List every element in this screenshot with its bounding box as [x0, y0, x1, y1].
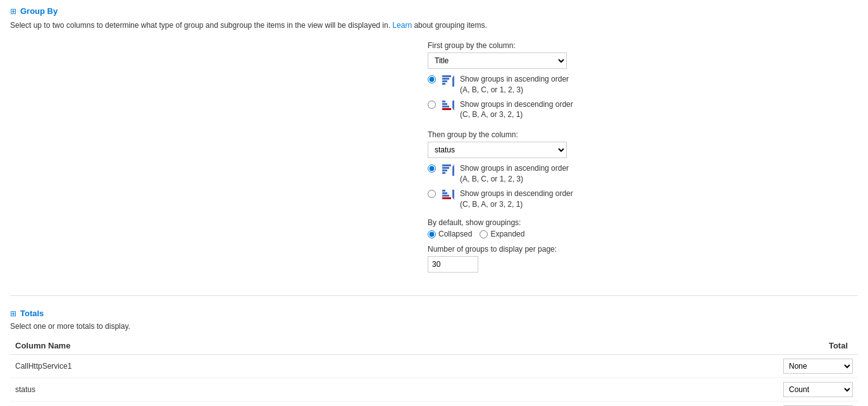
then-asc-label: Show groups in ascending order (A, B, C,… — [460, 163, 569, 185]
first-asc-icon — [441, 74, 455, 88]
svg-rect-19 — [442, 197, 451, 199]
first-desc-row: Show groups in descending order (C, B, A… — [428, 99, 858, 121]
row-col-name: Title — [10, 402, 778, 406]
svg-rect-6 — [442, 103, 447, 105]
groupby-title: Group By — [20, 6, 58, 16]
totals-desc: Select one or more totals to display. — [10, 322, 858, 331]
first-asc-row: Show groups in ascending order (A, B, C,… — [428, 74, 858, 95]
svg-marker-4 — [452, 75, 454, 87]
svg-rect-12 — [442, 167, 449, 169]
first-group-col-row: First group by the column: None Title st… — [428, 41, 858, 69]
row-total-cell: None Count Average Maximum Minimum Sum — [778, 378, 858, 402]
groupby-collapse-icon[interactable]: ⊞ — [10, 7, 16, 16]
svg-rect-0 — [442, 75, 451, 77]
svg-rect-2 — [442, 80, 447, 82]
svg-rect-3 — [442, 83, 445, 85]
groupby-desc-prefix: Select up to two columns to determine wh… — [10, 21, 390, 30]
row-total-cell: None Count Average Maximum Minimum Sum — [778, 355, 858, 378]
expanded-label: Expanded — [490, 230, 524, 238]
table-row: Title None Count Average Maximum Minimum… — [10, 402, 858, 406]
expanded-radio[interactable] — [480, 230, 488, 238]
col-name-header: Column Name — [10, 338, 778, 355]
first-asc-label: Show groups in ascending order (A, B, C,… — [460, 74, 569, 95]
then-group-label: Then group by the column: — [428, 130, 858, 139]
callhttp-total-select[interactable]: None Count Average Maximum Minimum Sum — [783, 359, 853, 374]
default-grouping-label: By default, show groupings: — [428, 218, 858, 227]
row-total-cell: None Count Average Maximum Minimum Sum — [778, 402, 858, 406]
groupby-section: ⊞ Group By Select up to two columns to d… — [10, 6, 858, 285]
table-row: status None Count Average Maximum Minimu… — [10, 378, 858, 402]
then-desc-label: Show groups in descending order (C, B, A… — [460, 188, 573, 210]
first-asc-radio[interactable] — [428, 75, 436, 83]
default-grouping-row: By default, show groupings: Collapsed Ex… — [428, 218, 858, 238]
num-groups-row: Number of groups to display per page: — [428, 245, 858, 273]
totals-title: Totals — [20, 309, 44, 318]
collapsed-label: Collapsed — [438, 230, 472, 238]
then-desc-radio[interactable] — [428, 190, 436, 198]
then-asc-radio[interactable] — [428, 164, 436, 173]
learn-link[interactable]: Learn — [392, 21, 412, 30]
first-desc-radio[interactable] — [428, 101, 436, 109]
svg-rect-1 — [442, 78, 449, 80]
totals-table: Column Name Total CallHttpService1 None … — [10, 338, 858, 406]
row-col-name: status — [10, 378, 778, 402]
then-asc-icon — [441, 163, 455, 177]
then-asc-row: Show groups in ascending order (A, B, C,… — [428, 163, 858, 185]
groupby-desc-suffix: about grouping items. — [414, 21, 487, 30]
first-group-label: First group by the column: — [428, 41, 858, 50]
num-groups-label: Number of groups to display per page: — [428, 245, 858, 254]
then-group-select[interactable]: None Title status CallHttpService1 — [428, 142, 567, 158]
first-desc-icon — [441, 99, 455, 113]
svg-rect-7 — [442, 106, 449, 108]
status-total-select[interactable]: None Count Average Maximum Minimum Sum — [783, 382, 853, 397]
svg-rect-9 — [442, 108, 451, 110]
svg-rect-11 — [442, 164, 451, 166]
num-groups-input[interactable] — [428, 256, 478, 273]
svg-rect-18 — [442, 195, 449, 197]
expanded-option[interactable]: Expanded — [480, 230, 524, 238]
totals-collapse-icon[interactable]: ⊞ — [10, 309, 16, 318]
groupby-desc: Select up to two columns to determine wh… — [10, 20, 858, 31]
table-row: CallHttpService1 None Count Average Maxi… — [10, 355, 858, 378]
total-header: Total — [778, 338, 858, 355]
collapsed-option[interactable]: Collapsed — [428, 230, 472, 238]
svg-marker-20 — [452, 190, 454, 200]
row-col-name: CallHttpService1 — [10, 355, 778, 378]
svg-marker-15 — [452, 164, 454, 176]
svg-rect-14 — [442, 172, 445, 174]
then-desc-icon — [441, 188, 455, 202]
totals-header: ⊞ Totals — [10, 309, 858, 318]
svg-rect-13 — [442, 169, 447, 171]
first-desc-label: Show groups in descending order (C, B, A… — [460, 99, 573, 121]
svg-marker-10 — [452, 101, 454, 111]
totals-section: ⊞ Totals Select one or more totals to di… — [10, 309, 858, 406]
collapsed-radio[interactable] — [428, 230, 436, 238]
section-divider — [10, 295, 858, 296]
svg-rect-5 — [442, 101, 445, 102]
svg-rect-17 — [442, 192, 447, 194]
then-group-col-row: Then group by the column: None Title sta… — [428, 130, 858, 158]
then-desc-row: Show groups in descending order (C, B, A… — [428, 188, 858, 210]
svg-rect-16 — [442, 190, 445, 192]
default-grouping-options: Collapsed Expanded — [428, 230, 858, 238]
first-group-select[interactable]: None Title status CallHttpService1 — [428, 52, 567, 69]
groupby-header: ⊞ Group By — [10, 6, 858, 16]
